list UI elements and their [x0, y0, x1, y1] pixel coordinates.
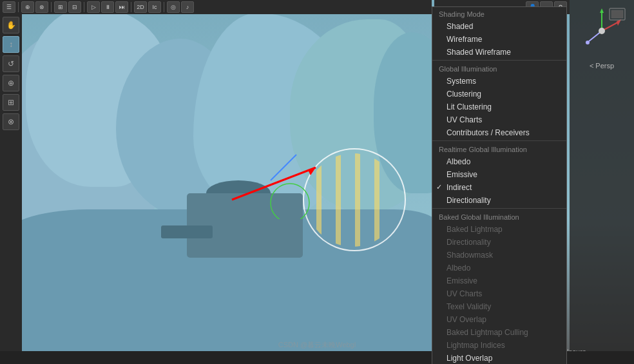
albedo-baked-item[interactable]: Albedo [432, 262, 566, 274]
uv-charts-baked-item[interactable]: UV Charts [432, 287, 566, 300]
divider-1 [432, 60, 566, 61]
arrow-indicator [193, 142, 348, 219]
svg-point-13 [586, 41, 590, 44]
separator-1 [18, 2, 19, 12]
svg-marker-9 [600, 8, 604, 13]
rect-tool[interactable]: ⊞ [3, 94, 19, 111]
svg-line-6 [232, 168, 316, 200]
lit-clustering-item[interactable]: Lit Clustering [432, 101, 566, 113]
baked-lightmap-item[interactable]: Baked Lightmap [432, 223, 566, 236]
svg-point-14 [599, 28, 605, 34]
dropdown-menu: Shading Mode Shaded Wireframe Shaded Wir… [432, 6, 567, 364]
shaded-item[interactable]: Shaded [432, 20, 566, 33]
snap-button[interactable]: ⊞ [54, 1, 67, 13]
separator-5 [164, 2, 164, 12]
step-button[interactable]: ⏭ [115, 1, 128, 13]
separator-4 [131, 2, 131, 12]
divider-3 [432, 208, 566, 209]
baked-gi-section: Baked Global Illumination [432, 210, 566, 223]
contributors-receivers-item[interactable]: Contributors / Receivers [432, 126, 566, 139]
custom-tool[interactable]: ⊗ [3, 113, 19, 130]
uv-charts-gi-item[interactable]: UV Charts [432, 113, 566, 126]
toolbar-top: ☰ ⊕ ⊗ ⊞ ⊟ ▷ ⏸ ⏭ 2D Ic ◎ ♪ [0, 0, 432, 14]
mode-button[interactable]: Ic [148, 1, 161, 13]
shaded-wireframe-item[interactable]: Shaded Wireframe [432, 46, 566, 59]
texel-validity-item[interactable]: Texel Validity [432, 300, 566, 313]
move-tool[interactable]: ↕ [3, 36, 19, 53]
separator-2 [51, 2, 52, 12]
pause-button[interactable]: ⏸ [101, 1, 114, 13]
machine-arm [161, 225, 213, 238]
2d-button[interactable]: 2D [134, 1, 147, 13]
light-overlap-item[interactable]: Light Overlap [432, 352, 566, 364]
play-button[interactable]: ▷ [87, 1, 100, 13]
systems-item[interactable]: Systems [432, 75, 566, 88]
gizmo-area[interactable] [576, 5, 628, 57]
watermark: CSDN @暮云未晚Webgl [278, 340, 356, 350]
realtime-gi-section: Realtime Global Illumination [432, 142, 566, 155]
gizmo-panel: < Persp [570, 0, 634, 364]
transform-button[interactable]: ⊕ [21, 1, 34, 13]
directionality-baked-item[interactable]: Directionality [432, 236, 566, 249]
separator-3 [84, 2, 84, 12]
shading-mode-section: Shading Mode [432, 7, 566, 20]
scale-tool[interactable]: ⊕ [3, 75, 19, 91]
sidebar-left: ✋ ↕ ↺ ⊕ ⊞ ⊗ [0, 14, 22, 364]
svg-point-5 [271, 184, 309, 219]
emissive-rt-item[interactable]: Emissive [432, 168, 566, 181]
clustering-item[interactable]: Clustering [432, 88, 566, 101]
gi-section: Global Illumination [432, 62, 566, 75]
menu-button[interactable]: ☰ [3, 1, 15, 13]
lightmap-indices-item[interactable]: Lightmap Indices [432, 339, 566, 352]
indirect-item[interactable]: Indirect [432, 181, 566, 194]
layers-button[interactable]: ◎ [167, 1, 180, 13]
hand-tool[interactable]: ✋ [3, 17, 19, 34]
uv-overlap-item[interactable]: UV Overlap [432, 313, 566, 326]
emissive-baked-item[interactable]: Emissive [432, 274, 566, 287]
baked-lightmap-culling-item[interactable]: Baked Lightmap Culling [432, 326, 566, 339]
gizmo-svg [576, 5, 628, 57]
snap2-button[interactable]: ⊟ [68, 1, 81, 13]
rotate-tool[interactable]: ↺ [3, 55, 19, 72]
audio-button[interactable]: ♪ [181, 1, 194, 13]
pivot-button[interactable]: ⊗ [35, 1, 48, 13]
persp-label: < Persp [590, 62, 614, 70]
wireframe-item[interactable]: Wireframe [432, 33, 566, 46]
svg-rect-16 [611, 10, 623, 18]
divider-2 [432, 140, 566, 141]
shadowmask-item[interactable]: Shadowmask [432, 249, 566, 262]
directionality-rt-item[interactable]: Directionality [432, 194, 566, 207]
albedo-rt-item[interactable]: Albedo [432, 155, 566, 168]
